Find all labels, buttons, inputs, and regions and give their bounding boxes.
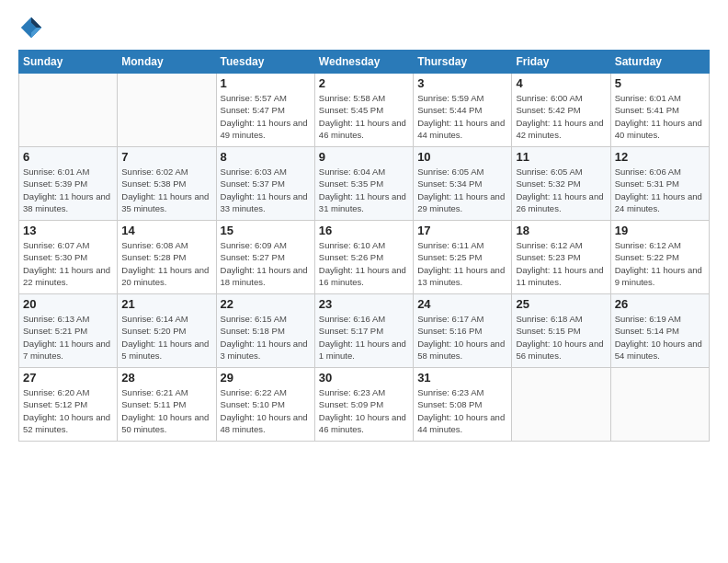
weekday-header-saturday: Saturday: [610, 51, 709, 74]
day-info: Sunrise: 6:13 AMSunset: 5:21 PMDaylight:…: [23, 313, 113, 362]
calendar-cell: 4Sunrise: 6:00 AMSunset: 5:42 PMDaylight…: [512, 74, 610, 147]
day-info: Sunrise: 6:16 AMSunset: 5:17 PMDaylight:…: [319, 313, 409, 362]
day-info: Sunrise: 6:14 AMSunset: 5:20 PMDaylight:…: [121, 313, 211, 362]
calendar-cell: 15Sunrise: 6:09 AMSunset: 5:27 PMDayligh…: [216, 221, 314, 294]
day-number: 11: [516, 150, 606, 164]
calendar-cell: 31Sunrise: 6:23 AMSunset: 5:08 PMDayligh…: [414, 368, 512, 442]
day-number: 10: [417, 150, 507, 164]
calendar-cell: 2Sunrise: 5:58 AMSunset: 5:45 PMDaylight…: [314, 74, 413, 147]
calendar-cell: [610, 368, 709, 442]
day-number: 31: [417, 371, 507, 385]
day-number: 7: [121, 150, 211, 164]
day-number: 19: [615, 224, 705, 237]
calendar-cell: 13Sunrise: 6:07 AMSunset: 5:30 PMDayligh…: [19, 221, 118, 294]
day-info: Sunrise: 6:04 AMSunset: 5:35 PMDaylight:…: [319, 166, 409, 214]
day-number: 18: [516, 224, 606, 237]
day-number: 25: [516, 297, 606, 311]
day-info: Sunrise: 6:11 AMSunset: 5:25 PMDaylight:…: [417, 239, 507, 288]
day-info: Sunrise: 6:19 AMSunset: 5:14 PMDaylight:…: [615, 313, 705, 362]
weekday-header-tuesday: Tuesday: [216, 51, 314, 74]
calendar-cell: 26Sunrise: 6:19 AMSunset: 5:14 PMDayligh…: [610, 294, 709, 368]
day-number: 3: [417, 76, 507, 90]
calendar-cell: 18Sunrise: 6:12 AMSunset: 5:23 PMDayligh…: [512, 221, 610, 294]
calendar-cell: 17Sunrise: 6:11 AMSunset: 5:25 PMDayligh…: [414, 221, 512, 294]
logo: [18, 15, 48, 40]
calendar-cell: 14Sunrise: 6:08 AMSunset: 5:28 PMDayligh…: [118, 221, 216, 294]
day-info: Sunrise: 6:07 AMSunset: 5:30 PMDaylight:…: [23, 239, 113, 288]
day-number: 26: [615, 297, 705, 311]
calendar-cell: [118, 74, 216, 147]
day-number: 27: [23, 371, 113, 385]
calendar-cell: 22Sunrise: 6:15 AMSunset: 5:18 PMDayligh…: [216, 294, 314, 368]
calendar-cell: 6Sunrise: 6:01 AMSunset: 5:39 PMDaylight…: [19, 147, 118, 221]
calendar-cell: 23Sunrise: 6:16 AMSunset: 5:17 PMDayligh…: [314, 294, 413, 368]
calendar-cell: 28Sunrise: 6:21 AMSunset: 5:11 PMDayligh…: [118, 368, 216, 442]
logo-icon: [18, 15, 44, 40]
day-info: Sunrise: 6:18 AMSunset: 5:15 PMDaylight:…: [516, 313, 606, 362]
day-number: 13: [23, 224, 113, 237]
day-info: Sunrise: 6:23 AMSunset: 5:08 PMDaylight:…: [417, 386, 507, 435]
calendar-cell: 3Sunrise: 5:59 AMSunset: 5:44 PMDaylight…: [414, 74, 512, 147]
header: [18, 15, 710, 40]
day-info: Sunrise: 5:57 AMSunset: 5:47 PMDaylight:…: [221, 92, 311, 141]
calendar-cell: 19Sunrise: 6:12 AMSunset: 5:22 PMDayligh…: [610, 221, 709, 294]
calendar-cell: 11Sunrise: 6:05 AMSunset: 5:32 PMDayligh…: [512, 147, 610, 221]
day-info: Sunrise: 6:10 AMSunset: 5:26 PMDaylight:…: [319, 239, 409, 288]
day-info: Sunrise: 6:05 AMSunset: 5:32 PMDaylight:…: [516, 166, 606, 214]
day-info: Sunrise: 6:05 AMSunset: 5:34 PMDaylight:…: [417, 166, 507, 214]
day-number: 14: [121, 224, 211, 237]
calendar-cell: 16Sunrise: 6:10 AMSunset: 5:26 PMDayligh…: [314, 221, 413, 294]
day-info: Sunrise: 5:59 AMSunset: 5:44 PMDaylight:…: [417, 92, 507, 141]
weekday-header-monday: Monday: [118, 51, 216, 74]
day-number: 12: [615, 150, 705, 164]
day-number: 23: [319, 297, 409, 311]
weekday-header-sunday: Sunday: [19, 51, 118, 74]
day-number: 21: [121, 297, 211, 311]
calendar-cell: 9Sunrise: 6:04 AMSunset: 5:35 PMDaylight…: [314, 147, 413, 221]
calendar-cell: 12Sunrise: 6:06 AMSunset: 5:31 PMDayligh…: [610, 147, 709, 221]
page: SundayMondayTuesdayWednesdayThursdayFrid…: [0, 0, 728, 563]
day-info: Sunrise: 6:03 AMSunset: 5:37 PMDaylight:…: [221, 166, 311, 214]
day-number: 29: [221, 371, 311, 385]
calendar-cell: 7Sunrise: 6:02 AMSunset: 5:38 PMDaylight…: [118, 147, 216, 221]
calendar-cell: 1Sunrise: 5:57 AMSunset: 5:47 PMDaylight…: [216, 74, 314, 147]
calendar-table: SundayMondayTuesdayWednesdayThursdayFrid…: [18, 50, 710, 442]
day-number: 4: [516, 76, 606, 90]
day-info: Sunrise: 6:01 AMSunset: 5:39 PMDaylight:…: [23, 166, 113, 214]
calendar-cell: 29Sunrise: 6:22 AMSunset: 5:10 PMDayligh…: [216, 368, 314, 442]
day-number: 1: [221, 76, 311, 90]
calendar-cell: 8Sunrise: 6:03 AMSunset: 5:37 PMDaylight…: [216, 147, 314, 221]
calendar-week-row: 27Sunrise: 6:20 AMSunset: 5:12 PMDayligh…: [19, 368, 710, 442]
calendar-cell: 27Sunrise: 6:20 AMSunset: 5:12 PMDayligh…: [19, 368, 118, 442]
day-info: Sunrise: 5:58 AMSunset: 5:45 PMDaylight:…: [319, 92, 409, 141]
calendar-week-row: 6Sunrise: 6:01 AMSunset: 5:39 PMDaylight…: [19, 147, 710, 221]
weekday-header-friday: Friday: [512, 51, 610, 74]
calendar-cell: [19, 74, 118, 147]
day-number: 16: [319, 224, 409, 237]
calendar-week-row: 13Sunrise: 6:07 AMSunset: 5:30 PMDayligh…: [19, 221, 710, 294]
calendar-cell: 30Sunrise: 6:23 AMSunset: 5:09 PMDayligh…: [314, 368, 413, 442]
weekday-header-wednesday: Wednesday: [314, 51, 413, 74]
day-number: 22: [221, 297, 311, 311]
day-info: Sunrise: 6:06 AMSunset: 5:31 PMDaylight:…: [615, 166, 705, 214]
day-number: 2: [319, 76, 409, 90]
calendar-cell: 24Sunrise: 6:17 AMSunset: 5:16 PMDayligh…: [414, 294, 512, 368]
calendar-cell: [512, 368, 610, 442]
day-info: Sunrise: 6:21 AMSunset: 5:11 PMDaylight:…: [121, 386, 211, 435]
calendar-cell: 5Sunrise: 6:01 AMSunset: 5:41 PMDaylight…: [610, 74, 709, 147]
day-info: Sunrise: 6:08 AMSunset: 5:28 PMDaylight:…: [121, 239, 211, 288]
day-info: Sunrise: 6:09 AMSunset: 5:27 PMDaylight:…: [221, 239, 311, 288]
day-info: Sunrise: 6:02 AMSunset: 5:38 PMDaylight:…: [121, 166, 211, 214]
calendar-cell: 25Sunrise: 6:18 AMSunset: 5:15 PMDayligh…: [512, 294, 610, 368]
day-number: 5: [615, 76, 705, 90]
day-info: Sunrise: 6:15 AMSunset: 5:18 PMDaylight:…: [221, 313, 311, 362]
calendar-cell: 21Sunrise: 6:14 AMSunset: 5:20 PMDayligh…: [118, 294, 216, 368]
day-info: Sunrise: 6:22 AMSunset: 5:10 PMDaylight:…: [221, 386, 311, 435]
day-number: 30: [319, 371, 409, 385]
day-number: 6: [23, 150, 113, 164]
day-number: 20: [23, 297, 113, 311]
day-number: 28: [121, 371, 211, 385]
calendar-cell: 20Sunrise: 6:13 AMSunset: 5:21 PMDayligh…: [19, 294, 118, 368]
weekday-header-row: SundayMondayTuesdayWednesdayThursdayFrid…: [19, 51, 710, 74]
day-info: Sunrise: 6:12 AMSunset: 5:22 PMDaylight:…: [615, 239, 705, 288]
